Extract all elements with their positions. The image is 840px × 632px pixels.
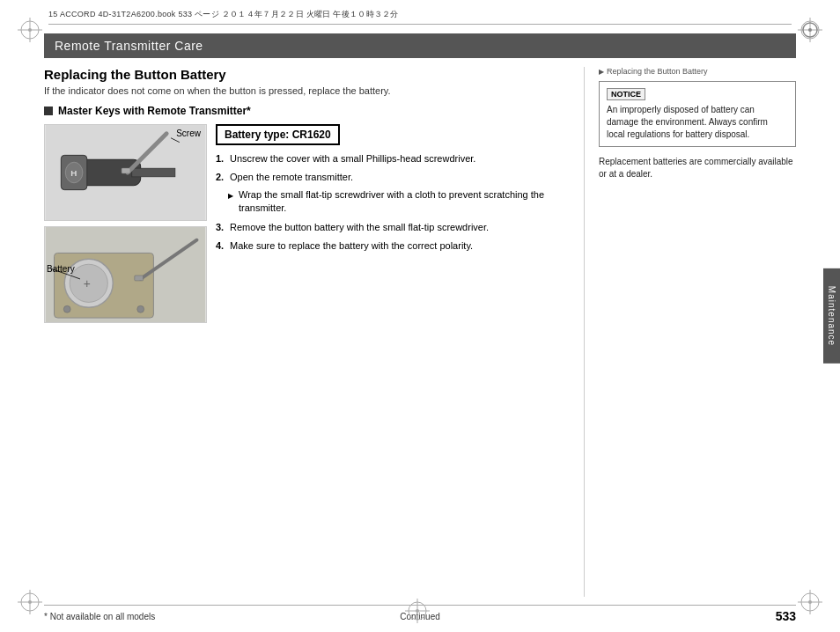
step-4-num: 4. <box>216 239 224 253</box>
svg-point-12 <box>28 600 32 604</box>
left-column: Replacing the Button Battery If the indi… <box>44 67 585 597</box>
content-area: H Screw <box>44 124 570 328</box>
two-column-layout: Replacing the Button Battery If the indi… <box>44 67 796 597</box>
key-image-box: H Screw <box>44 124 207 221</box>
step-2-sub-text: Wrap the small flat-tip screwdriver with… <box>239 189 544 213</box>
section-heading-text: Master Keys with Remote Transmitter* <box>58 105 251 117</box>
svg-rect-32 <box>135 276 144 281</box>
svg-text:+: + <box>84 277 91 290</box>
svg-point-16 <box>808 600 812 604</box>
svg-point-39 <box>416 609 419 613</box>
step-1-num: 1. <box>216 152 224 165</box>
footer-note: * Not available on all models <box>44 612 155 621</box>
page-subtitle: If the indicator does not come on when t… <box>44 85 570 96</box>
screw-label: Screw <box>176 129 201 138</box>
maintenance-tab: Maintenance <box>823 268 840 364</box>
corner-mark-br <box>798 590 822 614</box>
svg-text:H: H <box>70 168 77 178</box>
breadcrumb: Replacing the Button Battery <box>599 67 796 76</box>
file-info: 15 ACCORD 4D-31T2A6200.book 533 ページ ２０１４… <box>48 10 399 18</box>
corner-mark-tl <box>18 18 42 42</box>
step-2: 2. Open the remote transmitter. <box>216 171 570 184</box>
notice-box: NOTICE An improperly disposed of battery… <box>599 81 796 147</box>
instructions-list: 1. Unscrew the cover with a small Philli… <box>216 152 570 253</box>
right-column: Replacing the Button Battery NOTICE An i… <box>585 67 796 597</box>
step-3-text: Remove the button battery with the small… <box>230 222 489 232</box>
step-2-text: Open the remote transmitter. <box>230 172 353 182</box>
header-title: Remote Transmitter Care <box>55 39 203 53</box>
top-meta: 15 ACCORD 4D-31T2A6200.book 533 ページ ２０１４… <box>48 9 792 25</box>
section-heading: Master Keys with Remote Transmitter* <box>44 105 570 117</box>
corner-mark-bl <box>18 590 42 614</box>
corner-mark-tr <box>798 18 822 42</box>
svg-rect-24 <box>122 168 130 173</box>
svg-point-3 <box>28 28 32 32</box>
step-1-text: Unscrew the cover with a small Phillips-… <box>230 153 475 164</box>
step-2-sub: ▶ Wrap the small flat-tip screwdriver wi… <box>216 188 570 216</box>
header-band: Remote Transmitter Care <box>44 33 796 58</box>
instructions-column: Battery type: CR1620 1. Unscrew the cove… <box>216 124 570 328</box>
page-title: Replacing the Button Battery <box>44 67 570 82</box>
maintenance-tab-label: Maintenance <box>827 286 836 346</box>
svg-point-33 <box>63 305 70 312</box>
step-3: 3. Remove the button battery with the sm… <box>216 221 570 234</box>
battery-label: Battery <box>47 264 75 274</box>
images-column: H Screw <box>44 124 207 328</box>
footer-page-number: 533 <box>776 609 796 623</box>
sub-arrow-icon: ▶ <box>228 191 233 201</box>
step-4: 4. Make sure to replace the battery with… <box>216 239 570 253</box>
svg-point-7 <box>808 28 812 32</box>
notice-text: An improperly disposed of battery can da… <box>607 104 788 141</box>
step-4-text: Make sure to replace the battery with th… <box>230 240 473 251</box>
main-content: Remote Transmitter Care Replacing the Bu… <box>44 33 796 597</box>
battery-type-box: Battery type: CR1620 <box>216 124 340 145</box>
step-1: 1. Unscrew the cover with a small Philli… <box>216 152 570 165</box>
replacement-text: Replacement batteries are commercially a… <box>599 156 796 180</box>
breadcrumb-text: Replacing the Button Battery <box>607 67 708 76</box>
step-3-num: 3. <box>216 221 224 234</box>
svg-point-34 <box>137 305 144 312</box>
svg-rect-19 <box>132 168 175 177</box>
bottom-center-mark <box>405 599 430 626</box>
step-2-num: 2. <box>216 171 224 184</box>
battery-image-box: + Battery <box>44 226 207 323</box>
notice-label: NOTICE <box>607 88 645 100</box>
